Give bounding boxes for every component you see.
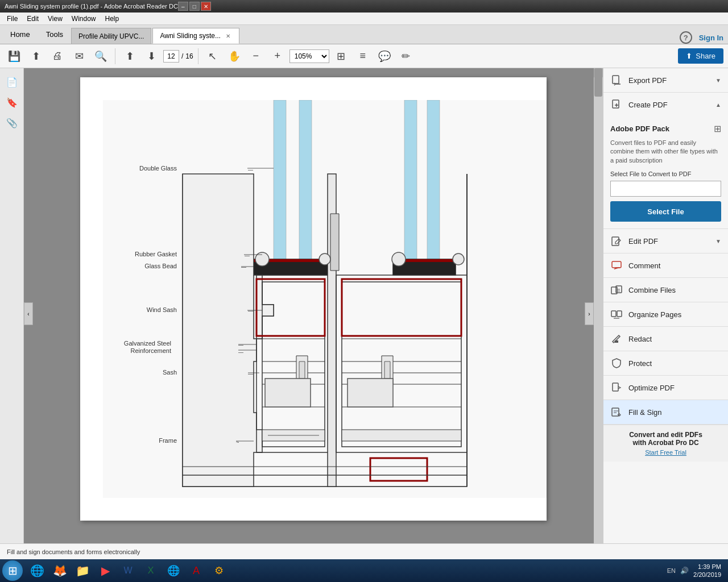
share-button[interactable]: ⬆ Share [678, 48, 723, 64]
scroll-handle[interactable] [594, 68, 602, 97]
svg-rect-35 [612, 261, 621, 268]
svg-text:—: — [238, 350, 243, 355]
svg-rect-1 [274, 100, 286, 259]
pdf-select-label: Select File to Convert to PDF [610, 171, 721, 177]
comment-button[interactable]: Comment [603, 253, 728, 277]
select-file-button[interactable]: Select File [610, 201, 721, 222]
svg-text:—: — [248, 167, 253, 173]
create-pdf-button[interactable]: Create PDF ▲ [603, 93, 728, 117]
save-button[interactable]: 💾 [5, 47, 24, 66]
svg-rect-2 [299, 100, 312, 259]
maximize-button[interactable]: □ [189, 2, 200, 11]
menu-help[interactable]: Help [101, 14, 124, 24]
upload-button[interactable]: ⬆ [26, 47, 46, 66]
svg-rect-10 [348, 379, 393, 407]
right-collapse-button[interactable]: › [585, 302, 594, 325]
markup-button[interactable]: ✏ [396, 47, 416, 66]
menu-file[interactable]: File [2, 14, 22, 24]
find-button[interactable]: 🔍 [91, 47, 110, 66]
fill-sign-section: Fill & Sign [603, 400, 728, 425]
minimize-button[interactable]: – [178, 2, 188, 11]
help-button[interactable]: ? [680, 31, 692, 44]
print-button[interactable]: 🖨 [48, 47, 67, 66]
combine-files-button[interactable]: Combine Files [603, 278, 728, 302]
create-pdf-icon [610, 98, 623, 111]
tooltip-text: Fill and sign documents and forms electr… [7, 548, 140, 555]
label-rubber-gasket: Rubber Gasket [135, 251, 177, 257]
taskbar-excel[interactable]: X [140, 560, 162, 581]
menu-window[interactable]: Window [67, 14, 101, 24]
taskbar-acrobat[interactable]: A [185, 560, 207, 581]
bookmarks-panel-button[interactable]: 🔖 [3, 93, 21, 111]
attachments-panel-button[interactable]: 📎 [3, 114, 21, 132]
menu-edit[interactable]: Edit [22, 14, 43, 24]
email-button[interactable]: ✉ [69, 47, 89, 66]
svg-text:~: ~ [236, 439, 239, 445]
sign-in-button[interactable]: Sign In [699, 34, 723, 42]
tab-tools[interactable]: Tools [38, 24, 71, 44]
start-trial-link[interactable]: Start Free Trial [610, 449, 721, 456]
taskbar-icons: 🔊 [680, 567, 689, 575]
zoom-in-button[interactable]: + [268, 47, 287, 66]
start-button[interactable]: ⊞ [2, 560, 23, 581]
left-collapse-button[interactable]: ‹ [24, 302, 33, 325]
scroll-mode-button[interactable]: ≡ [353, 47, 373, 66]
taskbar-network-icon: 🔊 [680, 567, 689, 575]
page-number-input[interactable]: 12 [163, 50, 179, 63]
svg-rect-39 [617, 311, 622, 317]
redact-button[interactable]: Redact [603, 327, 728, 351]
create-pdf-label: Create PDF [628, 101, 710, 109]
taskbar-ie[interactable]: 🌐 [26, 560, 48, 581]
hand-tool-button[interactable]: ✋ [225, 47, 244, 66]
combine-files-section: Combine Files [603, 278, 728, 302]
taskbar-media[interactable]: ▶ [94, 560, 116, 581]
page-total: 16 [185, 52, 193, 60]
svg-rect-4 [427, 100, 440, 259]
pdf-scrollbar[interactable]: ▲ ▼ [594, 68, 603, 559]
organize-pages-button[interactable]: Organize Pages [603, 302, 728, 326]
pages-panel-button[interactable]: 📄 [3, 73, 21, 91]
pdf-pack-title: Adobe PDF Pack [610, 124, 669, 133]
next-page-button[interactable]: ⬇ [142, 47, 161, 66]
toolbar: 💾 ⬆ 🖨 ✉ 🔍 ⬆ ⬇ 12 / 16 ↖ ✋ − + 105% 75% 1… [0, 44, 728, 68]
protect-button[interactable]: Protect [603, 351, 728, 375]
taskbar-settings[interactable]: ⚙ [208, 560, 230, 581]
taskbar-chrome[interactable]: 🌐 [163, 560, 184, 581]
prev-page-button[interactable]: ⬆ [120, 47, 139, 66]
select-tool-button[interactable]: ↖ [203, 47, 222, 66]
share-icon: ⬆ [686, 52, 692, 60]
organize-pages-icon [610, 308, 623, 321]
comment-tool-button[interactable]: 💬 [375, 47, 394, 66]
redact-section: Redact [603, 327, 728, 351]
fill-sign-button[interactable]: Fill & Sign [603, 400, 728, 424]
protect-label: Protect [628, 359, 721, 368]
edit-pdf-button[interactable]: Edit PDF ▼ [603, 229, 728, 253]
zoom-out-button[interactable]: − [246, 47, 266, 66]
combine-files-icon [610, 284, 623, 296]
taskbar-right: EN 🔊 1:39 PM 2/20/2019 [667, 563, 726, 579]
redact-icon [610, 332, 623, 345]
tab-awni-close[interactable]: ✕ [224, 32, 232, 40]
menu-view[interactable]: View [43, 14, 67, 24]
tab-home[interactable]: Home [2, 24, 38, 44]
svg-text:—: — [248, 308, 253, 314]
fit-page-button[interactable]: ⊞ [332, 47, 351, 66]
pdf-pack-section: Adobe PDF Pack ⊞ Convert files to PDF an… [603, 117, 728, 228]
page-separator: / [181, 52, 183, 60]
label-sash: Sash [163, 369, 177, 376]
taskbar-files[interactable]: 📁 [72, 560, 93, 581]
taskbar-word[interactable]: W [117, 560, 139, 581]
taskbar-firefox[interactable]: 🦊 [49, 560, 71, 581]
svg-text:—: — [238, 342, 243, 348]
close-button[interactable]: ✕ [201, 2, 211, 11]
zoom-select[interactable]: 105% 75% 100% 125% 150% [289, 49, 329, 63]
export-pdf-button[interactable]: Export PDF ▼ [603, 68, 728, 92]
title-text: Awni Sliding system profile (1).pdf - Ad… [5, 3, 178, 10]
tab-profile[interactable]: Profile Ability UPVC... [71, 28, 151, 44]
tab-awni[interactable]: Awni Sliding syste... ✕ [152, 28, 239, 44]
optimize-pdf-button[interactable]: Optimize PDF [603, 376, 728, 400]
page-navigation: 12 / 16 [163, 50, 193, 63]
svg-rect-41 [613, 383, 618, 391]
file-input-box [610, 181, 721, 197]
pdf-pack-header: Adobe PDF Pack ⊞ [610, 123, 721, 134]
